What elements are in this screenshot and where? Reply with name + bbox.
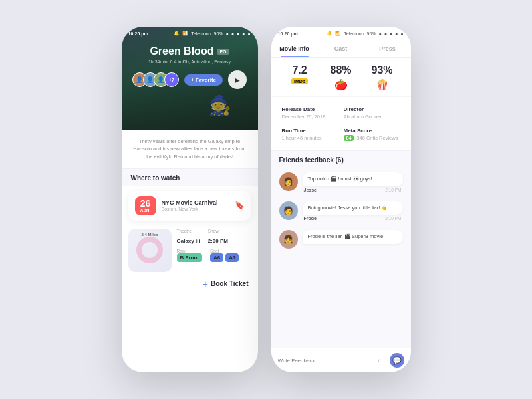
right-network-label: Telemoon — [344, 31, 364, 36]
row-badge: B Front — [177, 253, 202, 262]
bookmark-icon[interactable]: 🔖 — [235, 201, 245, 210]
score-imdb: 7.2 IMDb — [279, 65, 321, 91]
right-alarm-icon: 🔔 — [327, 31, 332, 36]
hero-content: Green Blood PG 1h 34min, 6.4 imDb, Anima… — [122, 40, 258, 89]
attach-button[interactable]: ‹ — [372, 353, 386, 368]
seat-a6: A6 — [210, 253, 223, 262]
row-field: Raw B Front — [177, 249, 202, 262]
feedback-avatar-2: 👧 — [279, 230, 298, 249]
signal-icon: 📶 — [182, 31, 188, 36]
movie-details-grid: Release Date December 20, 2018 Director … — [271, 96, 411, 150]
left-phone: 🧙 10:26 pm 🔔 📶 Telemoon 90% ● ● ● ● ● Gr… — [122, 27, 258, 372]
feedback-body-1: Boing movie! Jesse you little liar! 🤙 Fr… — [303, 201, 403, 221]
right-phone: 10:26 pm 🔔 📶 Telemoon 90% ● ● ● ● ● Movi… — [271, 27, 411, 372]
tomato-score-number: 88% — [321, 65, 362, 76]
movie-description: Thirty years after defeating the Galaxy … — [122, 130, 258, 168]
feedback-list: 👩 Top notch 🎬 ! must 👀 guys! Jesse 2:10 … — [271, 168, 411, 348]
right-status-time: 10:26 pm — [278, 31, 298, 36]
tabs-header: Movie Info Cast Press — [271, 40, 411, 58]
meta-score-badge: 84 — [344, 135, 354, 141]
movie-meta: 1h 34min, 6.4 imDb, Animation, Fantasy — [128, 59, 251, 64]
popcorn-emoji: 🍿 — [376, 78, 389, 91]
meta-score-label: Meta Score — [344, 128, 400, 134]
seat-a7: A7 — [225, 253, 239, 262]
show-time-value: 2:00 PM — [208, 238, 228, 244]
hero-figure: 🧙 — [208, 94, 231, 116]
right-status-icons: 🔔 📶 Telemoon 90% ● ● ● ● ● — [327, 31, 404, 36]
feedback-bubble-0: Top notch 🎬 ! must 👀 guys! — [303, 172, 403, 186]
imdb-score-number: 7.2 — [279, 65, 321, 76]
battery-label: 90% — [214, 31, 223, 36]
release-date-label: Release Date — [282, 106, 338, 112]
tab-cast[interactable]: Cast — [318, 40, 364, 57]
theatre-field: Theatre Galaxy iii — [177, 229, 200, 245]
hero-section: 🧙 10:26 pm 🔔 📶 Telemoon 90% ● ● ● ● ● Gr… — [122, 27, 258, 130]
feedback-header: Friends feedback (6) — [271, 150, 411, 168]
tab-movie-info[interactable]: Movie Info — [271, 40, 318, 57]
runtime-label: Run Time — [282, 128, 338, 134]
status-dots: ● ● ● ● ● — [226, 31, 251, 36]
feedback-bubble-2: Frode is the liar. 🎬 SuperB movie! — [303, 230, 403, 244]
network-label: Telemoon — [191, 31, 211, 36]
seat-label: Seat — [210, 249, 239, 253]
write-feedback-input[interactable] — [278, 358, 368, 364]
meta-score-value: 346 Critic Reviews — [356, 135, 398, 141]
feedback-body-2: Frode is the liar. 🎬 SuperB movie! — [303, 230, 403, 244]
date-day: 26 — [136, 199, 155, 208]
feedback-time-0: 2:10 PM — [385, 188, 401, 192]
feedback-name-1: Frode — [304, 216, 317, 221]
where-to-watch-header: Where to watch — [122, 168, 258, 186]
left-status-bar: 10:26 pm 🔔 📶 Telemoon 90% ● ● ● ● ● — [122, 27, 258, 40]
tab-press[interactable]: Press — [364, 40, 411, 57]
event-card: 26 April NYC Movie Carnival Boston, New … — [128, 191, 251, 221]
plus-icon: + — [203, 279, 208, 289]
event-name: NYC Movie Carnival — [162, 200, 229, 206]
avatars-group: 👤 👤 👤 +7 — [132, 72, 179, 87]
seat-field: Seat A6 A7 — [210, 249, 239, 262]
book-label[interactable]: Book Ticket — [211, 280, 249, 287]
feedback-body-0: Top notch 🎬 ! must 👀 guys! Jesse 2:10 PM — [303, 172, 403, 192]
release-date-value: December 20, 2018 — [282, 114, 338, 120]
map-ring — [136, 237, 163, 263]
map-details: Theatre Galaxy iii Show 2:00 PM Raw B Fr… — [177, 229, 251, 265]
row-label: Raw — [177, 249, 202, 253]
status-icons: 🔔 📶 Telemoon 90% ● ● ● ● ● — [174, 31, 251, 36]
feedback-item-0: 👩 Top notch 🎬 ! must 👀 guys! Jesse 2:10 … — [271, 168, 411, 197]
book-footer: + Book Ticket — [122, 275, 258, 296]
send-button[interactable]: 💬 — [390, 353, 404, 368]
feedback-item-1: 🧑 Boing movie! Jesse you little liar! 🤙 … — [271, 197, 411, 226]
runtime-cell: Run Time 1 hour 46 minutes — [279, 124, 341, 145]
scores-section: 7.2 IMDb 88% 🍅 93% 🍿 — [271, 58, 411, 96]
feedback-avatar-0: 👩 — [279, 172, 298, 191]
right-status-bar: 10:26 pm 🔔 📶 Telemoon 90% ● ● ● ● ● — [271, 27, 411, 40]
feedback-meta-0: Jesse 2:10 PM — [303, 188, 403, 192]
show-label: Show — [208, 229, 228, 233]
feedback-time-1: 2:10 PM — [385, 216, 401, 221]
popcorn-score-number: 93% — [362, 65, 403, 76]
show-field: Show 2:00 PM — [208, 229, 228, 245]
favorite-button[interactable]: + Favorite — [184, 74, 223, 86]
status-time: 10:26 pm — [128, 31, 148, 36]
runtime-value: 1 hour 46 minutes — [282, 135, 338, 141]
map-placeholder: 2.4 Miles — [128, 229, 172, 272]
tomato-emoji: 🍅 — [334, 78, 348, 91]
alarm-icon: 🔔 — [174, 31, 180, 36]
right-battery-label: 90% — [367, 31, 376, 36]
director-value: Abraham Gooner — [344, 114, 400, 120]
feedback-avatar-1: 🧑 — [279, 201, 298, 220]
feedback-item-2: 👧 Frode is the liar. 🎬 SuperB movie! — [271, 225, 411, 253]
write-feedback-bar: ‹ 💬 — [271, 348, 411, 372]
score-tomato: 88% 🍅 — [321, 65, 362, 91]
map-section: 2.4 Miles Theatre Galaxy iii Show 2:00 P… — [122, 226, 258, 275]
date-month: April — [136, 208, 155, 213]
event-info: NYC Movie Carnival Boston, New York — [162, 200, 229, 211]
theatre-value: Galaxy iii — [177, 238, 200, 244]
hero-actions: 👤 👤 👤 +7 + Favorite ▶ — [128, 70, 251, 89]
movie-title: Green Blood PG — [128, 45, 251, 57]
feedback-name-0: Jesse — [304, 188, 317, 192]
pg-badge: PG — [217, 49, 229, 55]
director-cell: Director Abraham Gooner — [341, 102, 403, 124]
play-button[interactable]: ▶ — [228, 70, 247, 89]
imdb-badge: IMDb — [291, 78, 308, 84]
theatre-label: Theatre — [177, 229, 200, 233]
